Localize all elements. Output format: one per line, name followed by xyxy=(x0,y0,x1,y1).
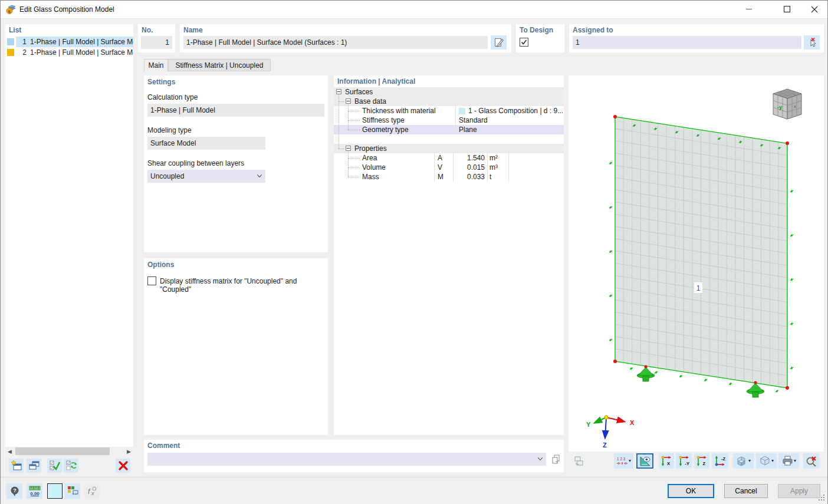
navigation-cube[interactable]: -y x xyxy=(773,89,801,119)
column-separator xyxy=(487,153,488,182)
view-minus-z-button[interactable]: -Z xyxy=(712,453,728,469)
tree-row-area[interactable]: Area A 1.540 m² xyxy=(334,153,564,163)
modeling-type-field: Surface Model xyxy=(147,137,265,150)
zoom-reset-button[interactable] xyxy=(803,453,819,469)
list-item[interactable]: 1 1-Phase | Full Model | Surface Mod xyxy=(5,37,133,47)
close-button[interactable] xyxy=(801,1,827,18)
shear-coupling-value: Uncoupled xyxy=(150,172,184,180)
tree-row-surfaces[interactable]: Surfaces xyxy=(334,87,564,97)
area-unit: m² xyxy=(489,153,498,163)
cancel-button[interactable]: Cancel xyxy=(724,484,768,498)
tree-row-mass[interactable]: Mass M 0.033 t xyxy=(334,172,564,182)
scrollbar-thumb[interactable] xyxy=(15,447,110,455)
view-z-button[interactable]: Z xyxy=(694,453,709,469)
mesh-surface[interactable] xyxy=(609,116,793,394)
scroll-right-arrow[interactable]: ▶ xyxy=(124,447,133,456)
maximize-button[interactable] xyxy=(774,1,800,18)
svg-text:Z: Z xyxy=(702,461,705,466)
svg-text:1 2 3: 1 2 3 xyxy=(617,457,626,461)
corner-node[interactable] xyxy=(613,115,617,118)
tree-row-geometry-type[interactable]: Geometry type Plane xyxy=(334,125,564,134)
corner-node[interactable] xyxy=(786,141,789,145)
view-minus-y-icon: -Y xyxy=(678,455,690,467)
surface-number-label: 1 xyxy=(694,282,702,293)
dropdown-caret-icon: ▾ xyxy=(629,459,631,463)
options-panel: Options Display stiffness matrix for "Un… xyxy=(144,258,328,435)
list-horizontal-scrollbar[interactable]: ◀ ▶ xyxy=(5,447,133,456)
nodal-support[interactable] xyxy=(637,365,655,381)
comment-combobox[interactable] xyxy=(147,453,546,466)
scroll-left-arrow[interactable]: ◀ xyxy=(5,447,14,456)
display-properties-button[interactable]: A xyxy=(64,483,80,499)
assigned-to-field[interactable]: 1 xyxy=(573,36,801,49)
numbering-button[interactable]: 1 2 3 ▾ xyxy=(614,453,633,469)
select-all-button[interactable] xyxy=(47,459,62,473)
rendering-button[interactable]: ▾ xyxy=(733,453,754,469)
tree-row-volume[interactable]: Volume V 0.015 m³ xyxy=(334,163,564,172)
volume-label: Volume xyxy=(362,163,386,172)
apply-button[interactable]: Apply xyxy=(778,484,820,498)
stiffness-type-value: Standard xyxy=(459,116,488,125)
dropdown-caret-icon: ▾ xyxy=(748,459,751,463)
tree-row-stiffness-type[interactable]: Stiffness type Standard xyxy=(334,116,564,125)
checkmark-icon xyxy=(520,38,528,46)
view-x-button[interactable]: X xyxy=(659,453,674,469)
rename-button[interactable] xyxy=(491,35,507,50)
list-item[interactable]: 2 1-Phase | Full Model | Surface Mod xyxy=(5,47,133,58)
transfer-view-icon xyxy=(573,456,584,466)
viewport-3d[interactable]: 1 -y x xyxy=(569,75,824,452)
column-separator xyxy=(455,106,456,134)
display-stiffness-checkbox[interactable] xyxy=(147,276,156,285)
tree-guide xyxy=(339,149,344,149)
layer-color-button[interactable] xyxy=(47,483,63,499)
comment-copy-button[interactable] xyxy=(548,452,563,466)
list-item-number: 2 xyxy=(16,48,27,57)
surfaces-label: Surfaces xyxy=(345,87,373,97)
transfer-view-button[interactable] xyxy=(570,453,587,469)
list-item-number: 1 xyxy=(16,38,27,46)
name-field[interactable]: 1-Phase | Full Model | Surface Model (Su… xyxy=(183,36,488,49)
svg-text:-Z: -Z xyxy=(721,456,725,462)
to-design-checkbox[interactable] xyxy=(520,38,528,47)
resize-grip[interactable] xyxy=(823,499,824,500)
ok-button[interactable]: OK xyxy=(668,484,714,498)
dropdown-caret-icon: ▾ xyxy=(794,459,796,463)
tree-row-thickness[interactable]: Thickness with material 1 - Glass Compos… xyxy=(334,106,564,116)
column-separator xyxy=(453,153,454,182)
view-settings-button[interactable] xyxy=(636,453,653,469)
tab-stiffness-matrix[interactable]: Stiffness Matrix | Uncoupled xyxy=(168,59,271,71)
print-button[interactable]: ▾ xyxy=(778,453,799,469)
delete-item-button[interactable] xyxy=(116,459,130,473)
clipping-box-button[interactable]: ▾ xyxy=(756,453,777,469)
formula-button[interactable]: f x xyxy=(84,483,100,499)
view-minus-y-button[interactable]: -Y xyxy=(676,453,692,469)
nav-cube-front-label: -y xyxy=(777,104,782,110)
app-icon: 6 xyxy=(6,4,17,15)
area-symbol: A xyxy=(438,153,442,163)
modeling-type-label: Modeling type xyxy=(147,126,192,134)
tree-row-base-data[interactable]: Base data xyxy=(334,97,564,106)
delete-icon xyxy=(118,460,129,471)
corner-node[interactable] xyxy=(613,360,617,363)
collapse-icon[interactable] xyxy=(336,89,341,94)
new-item-button[interactable] xyxy=(9,459,24,473)
list-item-label: 1-Phase | Full Model | Surface Mod xyxy=(30,38,133,46)
svg-text:x: x xyxy=(91,490,94,496)
base-data-label: Base data xyxy=(354,97,386,106)
tab-main[interactable]: Main xyxy=(144,59,168,72)
title-bar[interactable]: 6 Edit Glass Composition Model xyxy=(1,1,827,19)
shear-coupling-dropdown[interactable]: Uncoupled xyxy=(147,170,265,183)
tree-guide xyxy=(348,104,349,130)
invert-selection-button[interactable] xyxy=(64,459,78,473)
minimize-button[interactable] xyxy=(736,1,763,18)
collapse-icon[interactable] xyxy=(346,146,351,151)
units-settings-button[interactable]: 0,00 xyxy=(27,483,42,499)
deselect-objects-button[interactable] xyxy=(804,35,820,50)
view-x-icon: X xyxy=(661,455,672,467)
copy-item-button[interactable] xyxy=(27,459,41,473)
corner-node[interactable] xyxy=(786,386,789,390)
calculation-type-field: 1-Phase | Full Model xyxy=(147,104,324,117)
collapse-icon[interactable] xyxy=(346,98,351,104)
tree-row-properties[interactable]: Properties xyxy=(334,144,564,153)
help-comment-button[interactable]: ? xyxy=(6,483,22,499)
